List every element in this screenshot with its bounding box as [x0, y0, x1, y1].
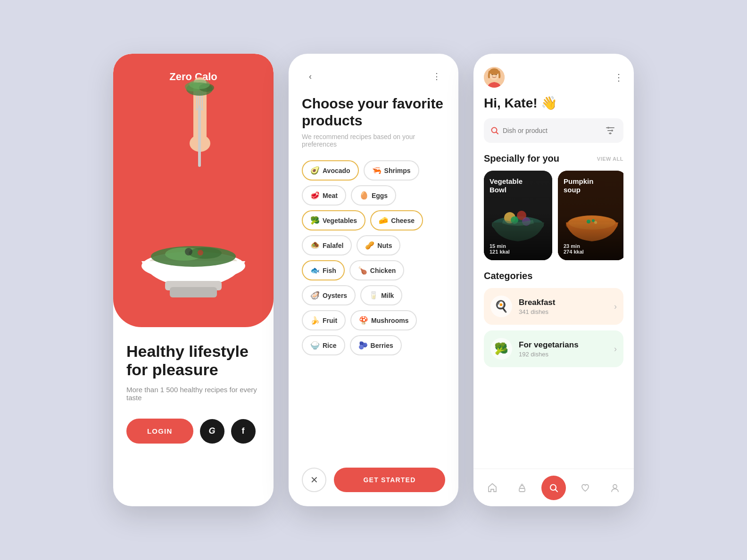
tag-emoji: 🥩 — [310, 191, 320, 200]
view-all-button[interactable]: VIEW ALL — [597, 156, 623, 162]
filter-button[interactable] — [604, 124, 617, 137]
greeting-text: Hi, Kate! 👋 — [484, 95, 623, 111]
recipe-card-pumpkin-soup[interactable]: Pumpkinsoup 23 min 274 kkal — [558, 171, 623, 260]
recipes-row: VegetableBowl 15 min 121 kkal Pumpkinsou… — [484, 171, 623, 260]
recipe-meta-2: 23 min 274 kkal — [564, 243, 584, 255]
tag-label: Oysters — [323, 292, 347, 299]
more-menu-button[interactable]: ⋮ — [428, 68, 445, 85]
avatar[interactable] — [484, 67, 505, 88]
tag-label: Vegetables — [323, 217, 357, 224]
tag-label: Berries — [371, 342, 393, 349]
preferences-footer: ✕ GET STARTED — [302, 458, 445, 506]
food-tag-falafel[interactable]: 🧆Falafel — [302, 235, 352, 255]
tag-label: Avocado — [323, 167, 350, 174]
bottom-navigation — [473, 469, 634, 506]
tag-label: Shrimps — [384, 167, 411, 174]
food-tag-milk[interactable]: 🥛Milk — [360, 285, 402, 305]
tag-emoji: 🥜 — [365, 241, 374, 250]
svg-point-16 — [189, 247, 222, 259]
food-tag-fruit[interactable]: 🍌Fruit — [302, 310, 346, 330]
food-tag-avocado[interactable]: 🥑Avocado — [302, 160, 359, 181]
svg-point-25 — [490, 68, 499, 75]
tag-emoji: 🥚 — [359, 191, 369, 200]
recipe-name-1: VegetableBowl — [490, 177, 523, 194]
onboarding-headline: Healthy lifestyle for pleasure — [126, 342, 260, 379]
food-tag-rice[interactable]: 🍚Rice — [302, 335, 345, 355]
onboarding-hero: Zero Calo — [113, 54, 274, 327]
breakfast-name: Breakfast — [519, 298, 614, 307]
back-button[interactable]: ‹ — [302, 68, 319, 85]
recipe-name-2: Pumpkinsoup — [564, 177, 593, 194]
tag-emoji: 🥑 — [310, 166, 320, 175]
tag-label: Cheese — [391, 217, 415, 224]
recipe-card-vegetable-bowl[interactable]: VegetableBowl 15 min 121 kkal — [484, 171, 552, 260]
food-tag-eggs[interactable]: 🥚Eggs — [351, 185, 396, 206]
tag-emoji: 🦐 — [372, 166, 382, 175]
breakfast-info: Breakfast 341 dishes — [519, 298, 614, 315]
svg-point-17 — [185, 248, 192, 255]
onboarding-subtitle: More than 1 500 healthy recipes for ever… — [126, 386, 260, 402]
login-button[interactable]: LOGIN — [126, 419, 193, 444]
tag-label: Milk — [381, 292, 394, 299]
tag-emoji: 🧀 — [379, 216, 388, 225]
preferences-subtitle: We recommend recipes based on your prefe… — [302, 133, 445, 148]
tag-emoji: 🥛 — [369, 291, 378, 300]
tag-emoji: 🦪 — [310, 291, 320, 300]
food-tag-shrimps[interactable]: 🦐Shrimps — [364, 160, 419, 181]
food-tag-berries[interactable]: 🫐Berries — [350, 335, 402, 355]
nav-home-button[interactable] — [482, 478, 503, 498]
food-tag-vegetables[interactable]: 🥦Vegetables — [302, 210, 365, 231]
cancel-button[interactable]: ✕ — [302, 468, 326, 492]
heart-icon — [580, 483, 590, 493]
specially-title: Specially for you — [484, 153, 559, 164]
food-tag-nuts[interactable]: 🥜Nuts — [357, 235, 400, 255]
tag-label: Eggs — [372, 192, 388, 199]
breakfast-count: 341 dishes — [519, 308, 614, 315]
svg-rect-46 — [519, 488, 525, 492]
tag-label: Meat — [323, 192, 338, 199]
vegetarian-info: For vegetarians 192 dishes — [519, 340, 614, 358]
category-vegetarian[interactable]: 🥦 For vegetarians 192 dishes › — [484, 330, 623, 367]
food-tag-fish[interactable]: 🐟Fish — [302, 260, 345, 280]
food-tag-chicken[interactable]: 🍗Chicken — [349, 260, 404, 280]
svg-point-11 — [189, 80, 210, 89]
svg-point-27 — [607, 127, 609, 129]
onboarding-bottom: Healthy lifestyle for pleasure More than… — [113, 327, 274, 457]
home-nav: ⋮ — [484, 54, 623, 95]
svg-point-48 — [613, 485, 617, 488]
recipe-meta-1: 15 min 121 kkal — [490, 243, 510, 255]
food-tags-container: 🥑Avocado🦐Shrimps🥩Meat🥚Eggs🥦Vegetables🧀Ch… — [302, 160, 445, 355]
facebook-button[interactable]: f — [231, 419, 256, 444]
preferences-heading: Choose your favorite products — [302, 95, 445, 129]
get-started-button[interactable]: GET STARTED — [334, 468, 445, 492]
muffin-icon — [517, 483, 527, 493]
nav-favorites-button[interactable] — [575, 478, 596, 498]
more-options-button[interactable]: ⋮ — [614, 72, 623, 83]
tag-emoji: 🍗 — [358, 266, 367, 275]
food-tag-meat[interactable]: 🥩Meat — [302, 185, 346, 206]
specially-section-header: Specially for you VIEW ALL — [484, 153, 623, 164]
vegetarian-icon: 🥦 — [490, 338, 512, 360]
svg-point-28 — [611, 130, 613, 132]
tag-label: Falafel — [323, 242, 343, 249]
screen-home: ⋮ Hi, Kate! 👋 Specially for you VIEW ALL — [473, 54, 634, 506]
categories-section: Categories 🍳 Breakfast 341 dishes › 🥦 Fo… — [484, 271, 623, 367]
nav-recipes-button[interactable] — [512, 478, 532, 498]
search-bar[interactable] — [484, 118, 623, 143]
avatar-image — [484, 67, 505, 88]
nav-profile-button[interactable] — [605, 478, 625, 498]
search-input[interactable] — [503, 127, 600, 134]
category-breakfast[interactable]: 🍳 Breakfast 341 dishes › — [484, 288, 623, 325]
vegetarian-chevron: › — [614, 344, 617, 354]
nav-search-button[interactable] — [541, 476, 566, 500]
tag-emoji: 🧆 — [310, 241, 320, 250]
onboarding-actions: LOGIN G f — [126, 419, 260, 444]
breakfast-chevron: › — [614, 302, 617, 312]
food-tag-cheese[interactable]: 🧀Cheese — [370, 210, 423, 231]
svg-rect-3 — [198, 106, 201, 167]
preferences-nav: ‹ ⋮ — [302, 54, 445, 85]
food-tag-mushrooms[interactable]: 🍄Mushrooms — [350, 310, 417, 330]
home-icon — [487, 483, 498, 493]
food-tag-oysters[interactable]: 🦪Oysters — [302, 285, 356, 305]
google-button[interactable]: G — [200, 419, 224, 444]
